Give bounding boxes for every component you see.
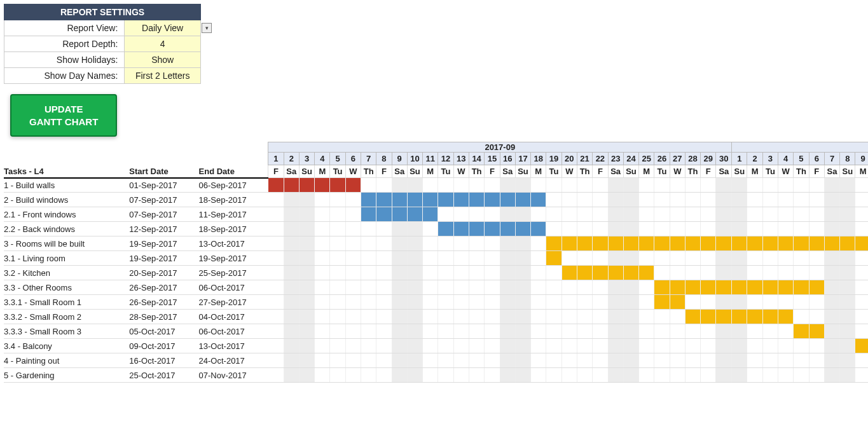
grid-cell (299, 193, 314, 207)
day-name: W (670, 165, 685, 178)
grid-cell (561, 222, 577, 236)
day-name: Su (840, 165, 855, 178)
grid-cell (593, 368, 608, 383)
grid-cell (330, 193, 345, 207)
grid-cell (423, 310, 438, 324)
grid-cell (500, 178, 515, 193)
grid-cell (855, 222, 868, 236)
grid-cell (747, 339, 762, 353)
grid-cell (299, 236, 314, 251)
gantt-bar (593, 266, 608, 280)
grid-cell (299, 353, 314, 368)
value-report-view[interactable]: Daily View ▾ (125, 20, 201, 36)
grid-cell (500, 353, 515, 368)
grid-cell (824, 251, 839, 266)
day-name: Su (623, 165, 638, 178)
grid-cell (407, 251, 422, 266)
grid-cell (423, 266, 438, 280)
grid-cell (268, 324, 284, 339)
grid-cell (330, 280, 345, 295)
day-number: 4 (778, 153, 794, 165)
grid-cell (794, 207, 809, 222)
grid-cell (855, 266, 868, 280)
gantt-bar (732, 310, 747, 324)
gantt-bar (685, 280, 700, 295)
day-name: M (855, 165, 868, 178)
grid-cell (284, 251, 299, 266)
grid-cell (345, 310, 361, 324)
grid-cell (732, 339, 747, 353)
grid-cell (268, 310, 284, 324)
grid-cell (561, 251, 577, 266)
day-number: 2 (284, 153, 299, 165)
grid-cell (546, 310, 561, 324)
gantt-bar (423, 193, 438, 207)
grid-cell (330, 222, 345, 236)
grid-cell (531, 368, 546, 383)
gantt-bar (670, 236, 685, 251)
task-name: 2 - Build windows (4, 193, 129, 207)
grid-cell (423, 353, 438, 368)
grid-cell (561, 324, 577, 339)
grid-cell (778, 251, 794, 266)
grid-cell (299, 280, 314, 295)
gantt-bar (531, 222, 546, 236)
task-name: 3.1 - Living room (4, 251, 129, 266)
grid-cell (515, 280, 530, 295)
grid-cell (392, 236, 407, 251)
day-name: F (485, 165, 500, 178)
grid-cell (392, 310, 407, 324)
day-number: 1 (732, 153, 747, 165)
grid-cell (469, 251, 484, 266)
grid-cell (593, 310, 608, 324)
day-number: 25 (639, 153, 654, 165)
day-name: M (423, 165, 438, 178)
grid-cell (438, 207, 453, 222)
grid-cell (561, 207, 577, 222)
grid-cell (284, 236, 299, 251)
grid-cell (824, 178, 839, 193)
grid-cell (299, 207, 314, 222)
grid-cell (855, 295, 868, 310)
grid-cell (716, 339, 732, 353)
grid-cell (824, 207, 839, 222)
dropdown-icon[interactable]: ▾ (202, 23, 212, 33)
report-settings-panel: REPORT SETTINGS Report View: Daily View … (4, 4, 201, 84)
grid-cell (345, 266, 361, 280)
grid-cell (485, 368, 500, 383)
grid-cell (840, 310, 855, 324)
grid-cell (423, 280, 438, 295)
grid-cell (361, 251, 376, 266)
day-name: W (453, 165, 469, 178)
grid-cell (284, 207, 299, 222)
grid-cell (392, 324, 407, 339)
update-gantt-button[interactable]: UPDATE GANTT CHART (10, 94, 117, 137)
day-name: Th (361, 165, 376, 178)
label-show-holidays: Show Holidays: (4, 52, 125, 68)
grid-cell (361, 236, 376, 251)
grid-cell (330, 339, 345, 353)
grid-cell (438, 353, 453, 368)
grid-cell (268, 222, 284, 236)
grid-cell (809, 339, 824, 353)
day-number: 27 (670, 153, 685, 165)
grid-cell (824, 295, 839, 310)
value-report-depth[interactable]: 4 (125, 36, 201, 52)
table-row: 3.2 - Kitchen20-Sep-201725-Sep-2017 (4, 266, 868, 280)
grid-cell (608, 353, 623, 368)
grid-cell (654, 266, 670, 280)
value-show-holidays[interactable]: Show (125, 52, 201, 68)
day-number: 11 (423, 153, 438, 165)
grid-cell (469, 368, 484, 383)
grid-cell (453, 353, 469, 368)
grid-cell (701, 339, 716, 353)
grid-cell (639, 310, 654, 324)
grid-cell (438, 280, 453, 295)
grid-cell (438, 368, 453, 383)
gantt-bar (361, 207, 376, 222)
grid-cell (639, 207, 654, 222)
value-show-daynames[interactable]: First 2 Letters (125, 68, 201, 84)
grid-cell (438, 236, 453, 251)
update-button-line1: UPDATE (45, 104, 83, 114)
grid-cell (654, 193, 670, 207)
